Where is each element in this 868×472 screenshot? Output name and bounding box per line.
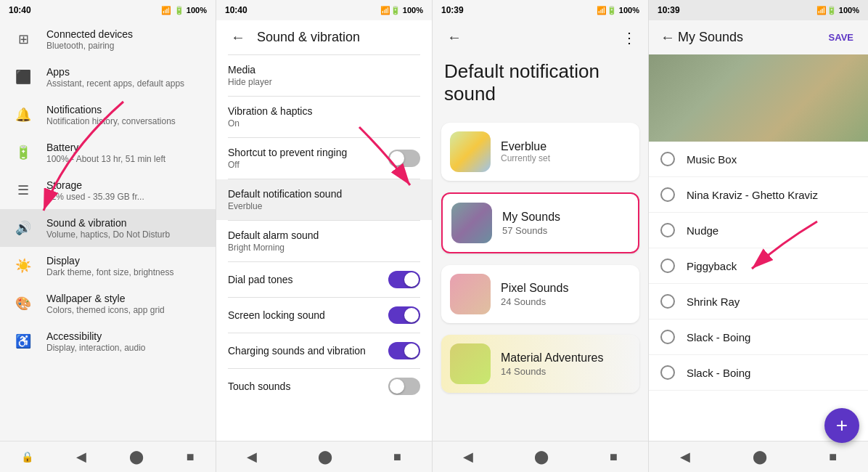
- shortcut-toggle[interactable]: [388, 150, 420, 167]
- accessibility-sub: Display, interaction, audio: [46, 343, 204, 353]
- settings-item-storage[interactable]: ☰ Storage 72% used - 35.39 GB fr...: [0, 171, 216, 209]
- settings-item-connected[interactable]: ⊞ Connected devices Bluetooth, pairing: [0, 20, 216, 58]
- settings-item-accessibility[interactable]: ♿ Accessibility Display, interaction, au…: [0, 322, 216, 360]
- nav-recents-icon[interactable]: ■: [175, 447, 206, 468]
- status-icons-2: 📶🔋 100%: [380, 6, 423, 15]
- status-icons-1: 📶 🔋 100%: [161, 6, 207, 15]
- charging-toggle[interactable]: [388, 342, 420, 359]
- nav-home-4-icon[interactable]: ⬤: [741, 446, 779, 468]
- radio-musicbox[interactable]: [660, 152, 675, 166]
- display-icon: ☀️: [12, 254, 35, 277]
- dialpad-toggle[interactable]: [388, 271, 420, 288]
- settings-list: ⊞ Connected devices Bluetooth, pairing ⬛…: [0, 20, 216, 441]
- battery-icon: 🔋: [12, 141, 35, 164]
- settings-item-sound[interactable]: 🔊 Sound & vibration Volume, haptics, Do …: [0, 209, 216, 247]
- sound-vibration-header: ← Sound & vibration: [216, 20, 432, 54]
- nav-recents-4-icon[interactable]: ■: [817, 447, 848, 468]
- mysounds-count: 57 Sounds: [502, 225, 629, 236]
- time-2: 10:40: [225, 5, 247, 15]
- screen-lock-title: Screen locking sound: [228, 309, 388, 321]
- sound-card-everblue[interactable]: Everblue Currently set: [441, 123, 639, 181]
- mysounds-icon: [451, 203, 492, 243]
- radio-nudge[interactable]: [660, 223, 675, 237]
- shortcut-title: Shortcut to prevent ringing: [228, 147, 388, 158]
- sound-title: Sound & vibration: [46, 217, 204, 229]
- settings-item-notifications[interactable]: 🔔 Notifications Notification history, co…: [0, 96, 216, 134]
- back-button-4[interactable]: ←: [658, 26, 678, 49]
- status-icons-4: 📶🔋 100%: [816, 6, 859, 15]
- piggyback-name: Piggyback: [687, 260, 737, 272]
- row-notif-sound[interactable]: Default notification sound Everblue: [216, 179, 432, 220]
- nav-back-3-icon[interactable]: ◀: [451, 446, 485, 468]
- nina-name: Nina Kraviz - Ghetto Kraviz: [687, 189, 818, 201]
- row-touch[interactable]: Touch sounds: [216, 369, 432, 404]
- settings-item-apps[interactable]: ⬛ Apps Assistant, recent apps, default a…: [0, 58, 216, 96]
- radio-nina[interactable]: [660, 187, 675, 202]
- notifications-icon: 🔔: [12, 103, 35, 126]
- back-button-3[interactable]: ←: [444, 26, 464, 49]
- list-item-piggyback[interactable]: Piggyback: [649, 248, 868, 284]
- more-options-icon[interactable]: ⋮: [622, 29, 636, 46]
- settings-item-battery[interactable]: 🔋 Battery 100% - About 13 hr, 51 min lef…: [0, 134, 216, 171]
- wallpaper-sub: Colors, themed icons, app grid: [46, 305, 204, 315]
- sound-card-mysounds[interactable]: My Sounds 57 Sounds: [441, 192, 639, 253]
- nav-recents-2-icon[interactable]: ■: [382, 447, 413, 468]
- list-item-slackboing2[interactable]: Slack - Boing: [649, 355, 868, 391]
- display-title: Display: [46, 255, 204, 266]
- pixelsounds-name: Pixel Sounds: [501, 282, 631, 295]
- nav-back-2-icon[interactable]: ◀: [235, 446, 269, 468]
- nav-back-4-icon[interactable]: ◀: [668, 446, 702, 468]
- battery-title: Battery: [46, 142, 204, 153]
- touch-toggle[interactable]: [388, 378, 420, 395]
- row-screen-lock[interactable]: Screen locking sound: [216, 298, 432, 333]
- nav-home-2-icon[interactable]: ⬤: [306, 446, 344, 468]
- fab-add-button[interactable]: +: [824, 408, 859, 443]
- nav-recents-3-icon[interactable]: ■: [598, 447, 629, 468]
- sound-card-material[interactable]: Material Adventures 14 Sounds: [441, 335, 639, 393]
- row-dialpad[interactable]: Dial pad tones: [216, 262, 432, 297]
- list-item-shrinkray[interactable]: Shrink Ray: [649, 284, 868, 320]
- accessibility-title: Accessibility: [46, 330, 204, 342]
- row-charging[interactable]: Charging sounds and vibration: [216, 333, 432, 368]
- radio-slackboing1[interactable]: [660, 330, 675, 344]
- nav-home-3-icon[interactable]: ⬤: [523, 446, 560, 468]
- nav-back-icon[interactable]: ◀: [65, 446, 98, 468]
- list-item-musicbox[interactable]: Music Box: [649, 142, 868, 177]
- time-3: 10:39: [441, 5, 464, 15]
- nav-bar-2: ◀ ⬤ ■: [216, 441, 432, 472]
- row-media[interactable]: Media Hide player: [216, 55, 432, 96]
- sounds-list: Music Box Nina Kraviz - Ghetto Kraviz Nu…: [649, 142, 868, 441]
- list-item-slackboing1[interactable]: Slack - Boing: [649, 320, 868, 355]
- hero-image: [649, 54, 868, 142]
- row-vibration[interactable]: Vibration & haptics On: [216, 97, 432, 137]
- display-sub: Dark theme, font size, brightness: [46, 267, 204, 277]
- sound-card-pixelsounds[interactable]: Pixel Sounds 24 Sounds: [441, 265, 639, 323]
- sound-section: Media Hide player Vibration & haptics On…: [216, 55, 432, 404]
- vibration-title: Vibration & haptics: [228, 105, 420, 117]
- slackboing1-name: Slack - Boing: [687, 331, 750, 343]
- back-button-2[interactable]: ←: [228, 26, 248, 49]
- list-item-nina[interactable]: Nina Kraviz - Ghetto Kraviz: [649, 177, 868, 213]
- notif-sub: Notification history, conversations: [46, 116, 204, 126]
- wallpaper-title: Wallpaper & style: [46, 293, 204, 304]
- musicbox-name: Music Box: [687, 153, 737, 166]
- everblue-name: Everblue: [501, 140, 631, 153]
- nav-home-icon[interactable]: ⬤: [118, 446, 155, 468]
- row-alarm-sound[interactable]: Default alarm sound Bright Morning: [216, 221, 432, 261]
- settings-item-display[interactable]: ☀️ Display Dark theme, font size, bright…: [0, 247, 216, 285]
- settings-item-wallpaper[interactable]: 🎨 Wallpaper & style Colors, themed icons…: [0, 285, 216, 322]
- nav-security-icon: 🔒: [9, 448, 45, 465]
- material-name: Material Adventures: [501, 351, 631, 365]
- storage-sub: 72% used - 35.39 GB fr...: [46, 192, 204, 202]
- radio-piggyback[interactable]: [660, 259, 675, 273]
- radio-shrinkray[interactable]: [660, 294, 675, 309]
- row-shortcut[interactable]: Shortcut to prevent ringing Off: [216, 138, 432, 179]
- shortcut-sub: Off: [228, 160, 388, 170]
- vibration-sub: On: [228, 118, 420, 129]
- save-button[interactable]: SAVE: [823, 29, 859, 46]
- radio-slackboing2[interactable]: [660, 365, 675, 380]
- screen-lock-toggle[interactable]: [388, 306, 420, 324]
- list-item-nudge[interactable]: Nudge: [649, 213, 868, 248]
- time-1: 10:40: [9, 5, 31, 15]
- sound-icon: 🔊: [12, 216, 35, 240]
